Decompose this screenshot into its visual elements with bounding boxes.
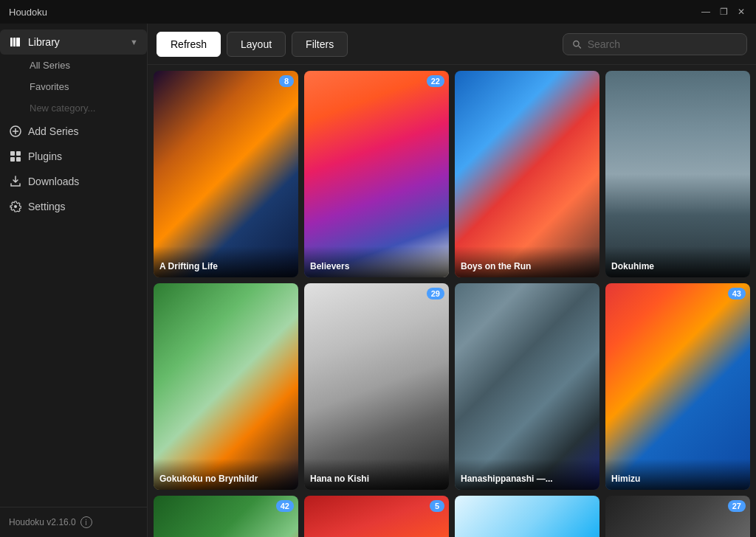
app-title: Houdoku (9, 7, 47, 18)
sidebar-item-library[interactable]: Library ▼ (0, 30, 147, 55)
add-series-label: Add Series (28, 125, 78, 137)
toolbar: Refresh Layout Filters (148, 24, 756, 65)
sidebar-item-favorites[interactable]: Favorites (0, 76, 147, 97)
sidebar-item-add-series[interactable]: Add Series (0, 119, 147, 144)
plugins-icon (9, 150, 22, 163)
grid-item[interactable]: 27 (605, 496, 750, 537)
sidebar-footer: Houdoku v2.16.0 i (0, 507, 147, 537)
new-category-label: New category... (30, 103, 95, 114)
grid-item-badge: 43 (728, 288, 746, 299)
svg-rect-6 (10, 151, 15, 156)
search-input[interactable] (588, 38, 738, 50)
manga-grid: 8A Drifting Life22BelieversBoys on the R… (154, 71, 750, 537)
library-chevron: ▼ (130, 38, 138, 46)
grid-item-overlay (455, 496, 599, 537)
grid-item-title: Believers (304, 246, 449, 277)
sidebar-item-plugins[interactable]: Plugins (0, 144, 147, 169)
grid-item[interactable]: 29Hana no Kishi (304, 283, 449, 490)
svg-rect-8 (10, 157, 15, 162)
svg-rect-1 (13, 38, 16, 46)
content-area: Refresh Layout Filters 8A Drifting Life2… (148, 24, 756, 537)
grid-item-title: Himizu (605, 459, 750, 490)
grid-item-title: Gokukoku no Brynhildr (154, 459, 298, 490)
grid-item-badge: 29 (427, 288, 444, 299)
downloads-label: Downloads (28, 176, 79, 187)
svg-point-11 (574, 41, 579, 46)
grid-item[interactable]: 42 (154, 496, 298, 537)
minimize-button[interactable]: — (700, 6, 712, 18)
grid-item[interactable]: 43Himizu (605, 283, 750, 490)
filters-button[interactable]: Filters (292, 32, 348, 57)
titlebar: Houdoku — ❐ ✕ (0, 0, 756, 24)
version-label: Houdoku v2.16.0 (9, 517, 76, 527)
plugins-label: Plugins (28, 150, 62, 162)
sidebar-item-all-series[interactable]: All Series (0, 55, 147, 76)
grid-item-title: Dokuhime (605, 246, 750, 277)
grid-item-badge: 8 (279, 75, 294, 87)
info-icon[interactable]: i (80, 516, 92, 528)
svg-rect-9 (16, 157, 21, 162)
layout-button[interactable]: Layout (227, 32, 286, 57)
svg-line-12 (579, 46, 581, 48)
grid-container[interactable]: 8A Drifting Life22BelieversBoys on the R… (148, 65, 756, 537)
app-body: Library ▼ All Series Favorites New categ… (0, 24, 756, 537)
grid-item-badge: 5 (430, 500, 444, 512)
sidebar-nav: Library ▼ All Series Favorites New categ… (0, 24, 147, 507)
grid-item-title: A Drifting Life (154, 246, 298, 277)
window-controls: — ❐ ✕ (700, 6, 747, 18)
grid-item-badge: 42 (276, 500, 294, 512)
library-label: Library (28, 36, 60, 48)
settings-label: Settings (28, 201, 66, 212)
svg-rect-7 (16, 151, 21, 156)
svg-rect-2 (16, 38, 20, 46)
grid-item-badge: 27 (728, 500, 746, 512)
grid-item[interactable]: 5 (304, 496, 449, 537)
grid-item[interactable]: Gokukoku no Brynhildr (154, 283, 298, 490)
sidebar-item-downloads[interactable]: Downloads (0, 169, 147, 194)
grid-item[interactable]: 22Believers (304, 71, 449, 277)
search-bar (563, 33, 747, 55)
grid-item-title: Boys on the Run (455, 246, 599, 277)
grid-item-title: Hana no Kishi (304, 459, 449, 490)
maximize-button[interactable]: ❐ (718, 6, 729, 18)
favorites-label: Favorites (30, 81, 69, 92)
sidebar-item-new-category[interactable]: New category... (0, 97, 147, 119)
grid-item-badge: 22 (427, 75, 444, 87)
refresh-button[interactable]: Refresh (157, 32, 221, 57)
grid-item[interactable]: Boys on the Run (455, 71, 599, 277)
grid-item[interactable]: 8A Drifting Life (154, 71, 298, 277)
grid-item[interactable] (455, 496, 599, 537)
settings-icon (9, 200, 22, 213)
sidebar-item-settings[interactable]: Settings (0, 194, 147, 219)
svg-rect-0 (10, 38, 13, 46)
svg-point-10 (14, 205, 17, 208)
search-icon (572, 39, 582, 49)
close-button[interactable]: ✕ (735, 6, 747, 18)
all-series-label: All Series (30, 60, 70, 71)
grid-item[interactable]: Hanashippanashi —... (455, 283, 599, 490)
sidebar: Library ▼ All Series Favorites New categ… (0, 24, 148, 537)
add-series-icon (9, 125, 22, 138)
grid-item-overlay (304, 496, 449, 537)
grid-item[interactable]: Dokuhime (605, 71, 750, 277)
downloads-icon (9, 175, 22, 188)
grid-item-title: Hanashippanashi —... (455, 459, 599, 490)
library-icon (9, 35, 22, 49)
